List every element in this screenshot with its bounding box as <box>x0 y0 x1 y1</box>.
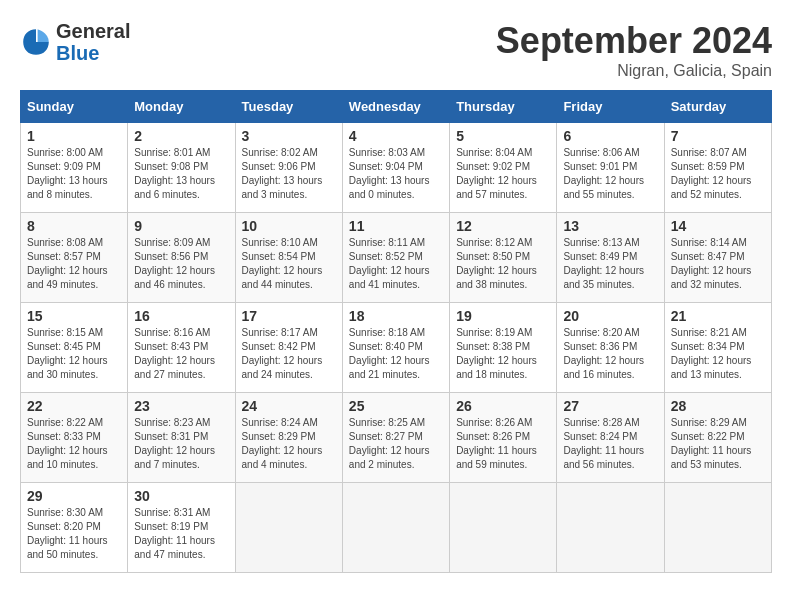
calendar-cell: 29Sunrise: 8:30 AMSunset: 8:20 PMDayligh… <box>21 483 128 573</box>
calendar-cell: 9Sunrise: 8:09 AMSunset: 8:56 PMDaylight… <box>128 213 235 303</box>
day-info: Sunrise: 8:13 AMSunset: 8:49 PMDaylight:… <box>563 236 657 292</box>
day-info: Sunrise: 8:18 AMSunset: 8:40 PMDaylight:… <box>349 326 443 382</box>
day-info: Sunrise: 8:12 AMSunset: 8:50 PMDaylight:… <box>456 236 550 292</box>
day-info: Sunrise: 8:26 AMSunset: 8:26 PMDaylight:… <box>456 416 550 472</box>
day-info: Sunrise: 8:23 AMSunset: 8:31 PMDaylight:… <box>134 416 228 472</box>
page-header: General Blue September 2024 Nigran, Gali… <box>20 20 772 80</box>
day-number: 29 <box>27 488 121 504</box>
day-info: Sunrise: 8:21 AMSunset: 8:34 PMDaylight:… <box>671 326 765 382</box>
day-number: 8 <box>27 218 121 234</box>
day-info: Sunrise: 8:04 AMSunset: 9:02 PMDaylight:… <box>456 146 550 202</box>
day-number: 17 <box>242 308 336 324</box>
day-info: Sunrise: 8:17 AMSunset: 8:42 PMDaylight:… <box>242 326 336 382</box>
day-number: 5 <box>456 128 550 144</box>
calendar-cell: 15Sunrise: 8:15 AMSunset: 8:45 PMDayligh… <box>21 303 128 393</box>
day-header: Friday <box>557 91 664 123</box>
day-number: 24 <box>242 398 336 414</box>
calendar-cell: 24Sunrise: 8:24 AMSunset: 8:29 PMDayligh… <box>235 393 342 483</box>
calendar-cell: 12Sunrise: 8:12 AMSunset: 8:50 PMDayligh… <box>450 213 557 303</box>
day-header: Sunday <box>21 91 128 123</box>
day-header: Thursday <box>450 91 557 123</box>
day-number: 25 <box>349 398 443 414</box>
day-info: Sunrise: 8:20 AMSunset: 8:36 PMDaylight:… <box>563 326 657 382</box>
day-number: 1 <box>27 128 121 144</box>
calendar-cell: 10Sunrise: 8:10 AMSunset: 8:54 PMDayligh… <box>235 213 342 303</box>
day-header: Wednesday <box>342 91 449 123</box>
day-info: Sunrise: 8:16 AMSunset: 8:43 PMDaylight:… <box>134 326 228 382</box>
calendar-cell: 25Sunrise: 8:25 AMSunset: 8:27 PMDayligh… <box>342 393 449 483</box>
calendar-cell: 13Sunrise: 8:13 AMSunset: 8:49 PMDayligh… <box>557 213 664 303</box>
day-number: 6 <box>563 128 657 144</box>
day-number: 19 <box>456 308 550 324</box>
calendar-cell <box>557 483 664 573</box>
day-number: 28 <box>671 398 765 414</box>
day-info: Sunrise: 8:08 AMSunset: 8:57 PMDaylight:… <box>27 236 121 292</box>
day-info: Sunrise: 8:09 AMSunset: 8:56 PMDaylight:… <box>134 236 228 292</box>
calendar-cell: 23Sunrise: 8:23 AMSunset: 8:31 PMDayligh… <box>128 393 235 483</box>
day-number: 10 <box>242 218 336 234</box>
day-info: Sunrise: 8:02 AMSunset: 9:06 PMDaylight:… <box>242 146 336 202</box>
calendar-cell: 5Sunrise: 8:04 AMSunset: 9:02 PMDaylight… <box>450 123 557 213</box>
day-number: 4 <box>349 128 443 144</box>
day-info: Sunrise: 8:10 AMSunset: 8:54 PMDaylight:… <box>242 236 336 292</box>
day-info: Sunrise: 8:19 AMSunset: 8:38 PMDaylight:… <box>456 326 550 382</box>
day-number: 23 <box>134 398 228 414</box>
day-info: Sunrise: 8:06 AMSunset: 9:01 PMDaylight:… <box>563 146 657 202</box>
calendar-cell: 17Sunrise: 8:17 AMSunset: 8:42 PMDayligh… <box>235 303 342 393</box>
logo-text: General Blue <box>56 20 130 64</box>
calendar-cell: 19Sunrise: 8:19 AMSunset: 8:38 PMDayligh… <box>450 303 557 393</box>
logo-icon <box>20 26 52 58</box>
day-info: Sunrise: 8:11 AMSunset: 8:52 PMDaylight:… <box>349 236 443 292</box>
month-title: September 2024 <box>496 20 772 62</box>
day-header: Tuesday <box>235 91 342 123</box>
logo: General Blue <box>20 20 130 64</box>
day-number: 27 <box>563 398 657 414</box>
calendar-cell: 20Sunrise: 8:20 AMSunset: 8:36 PMDayligh… <box>557 303 664 393</box>
day-info: Sunrise: 8:03 AMSunset: 9:04 PMDaylight:… <box>349 146 443 202</box>
day-header: Saturday <box>664 91 771 123</box>
day-number: 18 <box>349 308 443 324</box>
day-info: Sunrise: 8:07 AMSunset: 8:59 PMDaylight:… <box>671 146 765 202</box>
calendar-cell: 1Sunrise: 8:00 AMSunset: 9:09 PMDaylight… <box>21 123 128 213</box>
calendar-cell: 18Sunrise: 8:18 AMSunset: 8:40 PMDayligh… <box>342 303 449 393</box>
day-number: 7 <box>671 128 765 144</box>
calendar-cell: 21Sunrise: 8:21 AMSunset: 8:34 PMDayligh… <box>664 303 771 393</box>
calendar-cell: 7Sunrise: 8:07 AMSunset: 8:59 PMDaylight… <box>664 123 771 213</box>
day-info: Sunrise: 8:25 AMSunset: 8:27 PMDaylight:… <box>349 416 443 472</box>
day-number: 22 <box>27 398 121 414</box>
day-number: 13 <box>563 218 657 234</box>
calendar-cell: 14Sunrise: 8:14 AMSunset: 8:47 PMDayligh… <box>664 213 771 303</box>
calendar-cell: 4Sunrise: 8:03 AMSunset: 9:04 PMDaylight… <box>342 123 449 213</box>
calendar-cell <box>235 483 342 573</box>
calendar-cell: 30Sunrise: 8:31 AMSunset: 8:19 PMDayligh… <box>128 483 235 573</box>
day-number: 12 <box>456 218 550 234</box>
calendar-cell: 6Sunrise: 8:06 AMSunset: 9:01 PMDaylight… <box>557 123 664 213</box>
day-number: 30 <box>134 488 228 504</box>
day-info: Sunrise: 8:30 AMSunset: 8:20 PMDaylight:… <box>27 506 121 562</box>
day-info: Sunrise: 8:28 AMSunset: 8:24 PMDaylight:… <box>563 416 657 472</box>
calendar-cell <box>342 483 449 573</box>
day-info: Sunrise: 8:24 AMSunset: 8:29 PMDaylight:… <box>242 416 336 472</box>
day-number: 11 <box>349 218 443 234</box>
day-info: Sunrise: 8:00 AMSunset: 9:09 PMDaylight:… <box>27 146 121 202</box>
day-number: 15 <box>27 308 121 324</box>
title-section: September 2024 Nigran, Galicia, Spain <box>496 20 772 80</box>
day-info: Sunrise: 8:15 AMSunset: 8:45 PMDaylight:… <box>27 326 121 382</box>
calendar-cell <box>450 483 557 573</box>
day-number: 20 <box>563 308 657 324</box>
day-number: 14 <box>671 218 765 234</box>
day-number: 2 <box>134 128 228 144</box>
day-info: Sunrise: 8:31 AMSunset: 8:19 PMDaylight:… <box>134 506 228 562</box>
calendar-cell: 28Sunrise: 8:29 AMSunset: 8:22 PMDayligh… <box>664 393 771 483</box>
day-info: Sunrise: 8:14 AMSunset: 8:47 PMDaylight:… <box>671 236 765 292</box>
day-info: Sunrise: 8:01 AMSunset: 9:08 PMDaylight:… <box>134 146 228 202</box>
day-info: Sunrise: 8:29 AMSunset: 8:22 PMDaylight:… <box>671 416 765 472</box>
calendar-cell: 2Sunrise: 8:01 AMSunset: 9:08 PMDaylight… <box>128 123 235 213</box>
location: Nigran, Galicia, Spain <box>496 62 772 80</box>
calendar-table: SundayMondayTuesdayWednesdayThursdayFrid… <box>20 90 772 573</box>
calendar-cell: 16Sunrise: 8:16 AMSunset: 8:43 PMDayligh… <box>128 303 235 393</box>
calendar-cell: 26Sunrise: 8:26 AMSunset: 8:26 PMDayligh… <box>450 393 557 483</box>
calendar-cell <box>664 483 771 573</box>
calendar-cell: 3Sunrise: 8:02 AMSunset: 9:06 PMDaylight… <box>235 123 342 213</box>
day-number: 16 <box>134 308 228 324</box>
